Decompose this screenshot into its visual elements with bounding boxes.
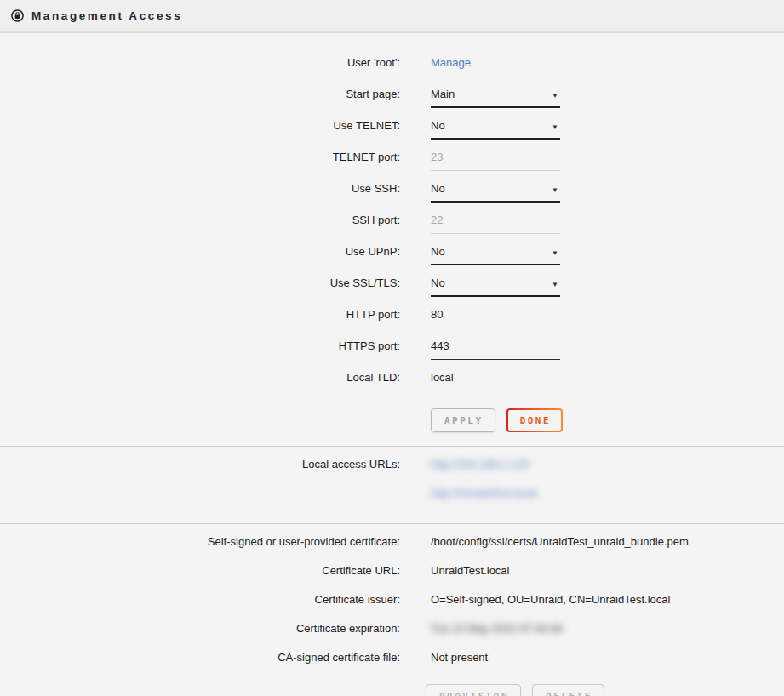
row-telnet-port: TELNET port: [0, 148, 784, 180]
chevron-down-icon: ▼ [552, 249, 558, 258]
page-header: Management Access [0, 0, 784, 33]
chevron-down-icon: ▼ [552, 92, 558, 100]
row-local-tld: Local TLD: [0, 368, 784, 400]
use-ssh-label: Use SSH: [0, 180, 400, 195]
use-ssh-select[interactable]: No ▼ [431, 180, 560, 203]
use-telnet-label: Use TELNET: [0, 117, 400, 132]
use-telnet-value: No [431, 119, 445, 132]
management-access-form: User 'root': Manage Start page: Main ▼ U… [0, 33, 784, 446]
http-port-label: HTTP port: [0, 305, 400, 321]
local-access-url-hostname[interactable]: http://UnraidTest.local [431, 484, 537, 513]
use-ssl-value: No [431, 277, 445, 289]
row-use-ssl: Use SSL/TLS: No ▼ [0, 274, 784, 305]
use-ssh-value: No [431, 182, 445, 195]
ca-cert-value: Not present [431, 648, 488, 664]
cert-url-value: UnraidTest.local [431, 562, 510, 577]
telnet-port-label: TELNET port: [0, 148, 400, 163]
certificate-buttons: PROVISION DELETE [426, 684, 784, 696]
row-https-port: HTTPS port: [0, 337, 784, 368]
cert-expiration-label: Certificate expiration: [0, 619, 400, 635]
use-upnp-label: Use UPnP: [0, 242, 400, 258]
start-page-label: Start page: [0, 85, 400, 100]
telnet-port-input [431, 148, 560, 171]
chevron-down-icon: ▼ [552, 281, 558, 289]
local-access-urls-label: Local access URLs: [0, 455, 400, 471]
form-buttons: APPLY DONE [431, 408, 784, 432]
use-ssl-label: Use SSL/TLS: [0, 274, 400, 289]
apply-button[interactable]: APPLY [431, 408, 495, 432]
local-tld-label: Local TLD: [0, 368, 400, 384]
lock-circle-icon [11, 9, 24, 22]
local-tld-input[interactable] [431, 368, 560, 391]
local-access-section: Local access URLs: http://192.168.1.123 … [0, 447, 784, 523]
ssh-port-label: SSH port: [0, 211, 400, 226]
row-cert-file: Self-signed or user-provided certificate… [0, 533, 784, 562]
row-cert-expiration: Certificate expiration: Tue 10 May 2022 … [0, 619, 784, 648]
user-root-label: User 'root': [0, 54, 400, 69]
cert-issuer-label: Certificate issuer: [0, 590, 400, 606]
ca-cert-label: CA-signed certificate file: [0, 648, 400, 664]
row-ca-cert: CA-signed certificate file: Not present [0, 648, 784, 677]
use-telnet-select[interactable]: No ▼ [431, 117, 560, 140]
done-button[interactable]: DONE [506, 408, 564, 432]
use-ssl-select[interactable]: No ▼ [431, 274, 560, 297]
cert-url-label: Certificate URL: [0, 562, 400, 577]
row-ssh-port: SSH port: [0, 211, 784, 242]
row-use-ssh: Use SSH: No ▼ [0, 180, 784, 211]
row-cert-issuer: Certificate issuer: O=Self-signed, OU=Un… [0, 590, 784, 619]
manage-link[interactable]: Manage [431, 54, 471, 69]
cert-file-value: /boot/config/ssl/certs/UnraidTest_unraid… [431, 533, 689, 548]
certificate-section: Self-signed or user-provided certificate… [0, 524, 784, 696]
start-page-value: Main [431, 88, 455, 100]
row-local-access-urls: Local access URLs: http://192.168.1.123 … [0, 455, 784, 513]
cert-issuer-value: O=Self-signed, OU=Unraid, CN=UnraidTest.… [431, 590, 670, 606]
provision-button[interactable]: PROVISION [426, 684, 521, 696]
https-port-input[interactable] [431, 337, 560, 360]
cert-expiration-value: Tue 10 May 2022 07:34:48 [431, 619, 563, 635]
local-access-url-ip[interactable]: http://192.168.1.123 [431, 455, 537, 484]
row-http-port: HTTP port: [0, 305, 784, 337]
row-user-root: User 'root': Manage [0, 54, 784, 85]
cert-file-label: Self-signed or user-provided certificate… [0, 533, 400, 548]
row-use-upnp: Use UPnP: No ▼ [0, 242, 784, 274]
use-upnp-select[interactable]: No ▼ [431, 242, 560, 265]
ssh-port-input [431, 211, 560, 234]
http-port-input[interactable] [431, 305, 560, 328]
https-port-label: HTTPS port: [0, 337, 400, 352]
use-upnp-value: No [431, 245, 445, 258]
chevron-down-icon: ▼ [552, 123, 558, 132]
page-title: Management Access [31, 9, 182, 22]
row-use-telnet: Use TELNET: No ▼ [0, 117, 784, 148]
start-page-select[interactable]: Main ▼ [431, 85, 560, 108]
chevron-down-icon: ▼ [552, 186, 558, 195]
row-start-page: Start page: Main ▼ [0, 85, 784, 117]
delete-button[interactable]: DELETE [532, 684, 604, 696]
row-cert-url: Certificate URL: UnraidTest.local [0, 562, 784, 590]
